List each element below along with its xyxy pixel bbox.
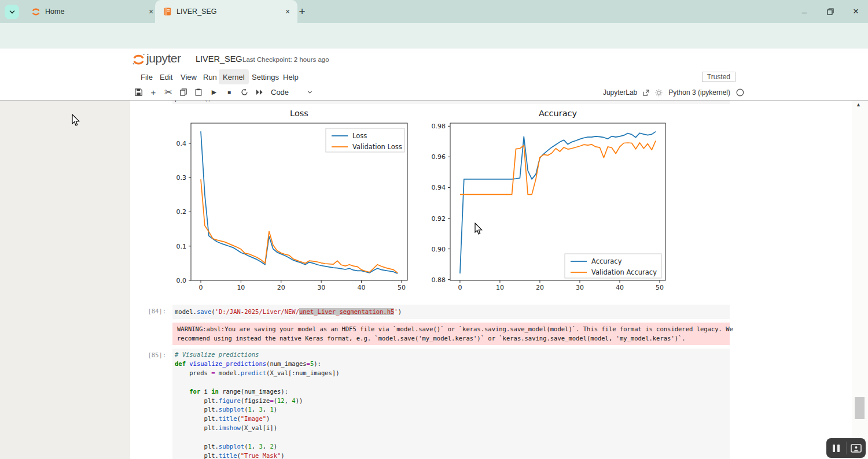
jupyter-wordmark[interactable]: jupyter xyxy=(146,51,181,65)
svg-text:0.98: 0.98 xyxy=(432,123,446,130)
save-button[interactable] xyxy=(131,85,146,99)
menu-bar: File Edit View Run Kernel Settings Help … xyxy=(0,69,868,86)
tab-strip: Home × LIVER_SEG × + – × xyxy=(0,0,868,23)
external-link-icon[interactable] xyxy=(643,90,649,96)
jupyter-favicon-icon xyxy=(31,7,41,16)
restore-icon xyxy=(827,8,834,15)
menu-kernel[interactable]: Kernel xyxy=(219,69,249,84)
cell85-input[interactable]: # Visualize predictionsdef visualize_pre… xyxy=(172,349,730,459)
svg-text:Validation Accuracy: Validation Accuracy xyxy=(591,268,657,276)
svg-text:20: 20 xyxy=(536,284,544,291)
paste-cell-button[interactable] xyxy=(191,85,206,99)
svg-text:0.94: 0.94 xyxy=(432,184,446,191)
svg-text:40: 40 xyxy=(616,284,624,291)
svg-text:Loss: Loss xyxy=(352,132,367,140)
notebook-toolbar: + ✂ ▶ ■ Code JupyterLab Python 3 (ipyker… xyxy=(0,85,868,101)
fast-forward-icon xyxy=(256,89,263,95)
svg-text:20: 20 xyxy=(277,284,285,291)
svg-text:0.2: 0.2 xyxy=(176,208,187,216)
tab-home[interactable]: Home × xyxy=(23,0,161,23)
menu-view[interactable]: View xyxy=(176,69,201,84)
checkpoint-text: Last Checkpoint: 2 hours ago xyxy=(242,56,329,63)
svg-text:0.1: 0.1 xyxy=(176,243,187,250)
training-curves-figure: 010203040500.00.10.20.30.4LossLossValida… xyxy=(166,106,675,297)
picture-in-picture-button[interactable] xyxy=(847,438,866,458)
kernel-name[interactable]: Python 3 (ipykernel) xyxy=(668,88,730,97)
svg-text:0.88: 0.88 xyxy=(432,276,446,284)
jupyter-header: jupyter LIVER_SEG Last Checkpoint: 2 hou… xyxy=(0,49,868,70)
svg-text:0.92: 0.92 xyxy=(432,215,446,223)
add-cell-button[interactable]: + xyxy=(146,85,161,99)
tab-liver-seg[interactable]: LIVER_SEG × xyxy=(155,0,297,23)
cell-type-select[interactable]: Code xyxy=(271,88,289,97)
window-restore-button[interactable] xyxy=(820,0,841,23)
svg-text:Loss: Loss xyxy=(290,109,308,118)
svg-text:0.4: 0.4 xyxy=(176,140,187,147)
copy-icon xyxy=(180,88,187,96)
svg-text:30: 30 xyxy=(317,284,325,291)
tab-home-label: Home xyxy=(45,8,64,16)
svg-text:10: 10 xyxy=(237,284,245,291)
menu-edit[interactable]: Edit xyxy=(156,69,176,84)
settings-gear-icon[interactable] xyxy=(655,89,663,97)
cell85-prompt: [85]: xyxy=(130,351,166,358)
svg-text:10: 10 xyxy=(496,284,504,291)
jupyter-logo-icon xyxy=(132,53,145,66)
cut-cell-button[interactable]: ✂ xyxy=(161,85,176,99)
scrollbar-thumb[interactable] xyxy=(855,397,865,419)
kernel-status-icon xyxy=(736,88,744,97)
jupyterlab-link[interactable]: JupyterLab xyxy=(603,88,637,97)
clipped-code-cell[interactable]: plt.show() xyxy=(172,101,730,104)
notebook-favicon-icon xyxy=(163,7,172,16)
left-gutter xyxy=(0,101,130,459)
restart-kernel-button[interactable] xyxy=(237,85,252,99)
interrupt-kernel-button[interactable]: ■ xyxy=(222,85,237,99)
svg-text:40: 40 xyxy=(358,284,366,291)
notebook-title[interactable]: LIVER_SEG xyxy=(196,54,242,64)
svg-text:50: 50 xyxy=(656,284,664,291)
tab-liver-seg-label: LIVER_SEG xyxy=(176,8,216,16)
svg-text:0.0: 0.0 xyxy=(176,277,187,284)
pause-recording-button[interactable] xyxy=(826,438,846,458)
svg-text:Validation Loss: Validation Loss xyxy=(352,143,402,151)
tab-search-button[interactable] xyxy=(5,5,19,19)
svg-text:Accuracy: Accuracy xyxy=(539,109,578,118)
svg-text:0: 0 xyxy=(458,284,462,291)
tab-liver-seg-close-icon[interactable]: × xyxy=(282,6,293,17)
restart-run-all-button[interactable] xyxy=(252,85,267,99)
browser-toolbar: ← → localhost:8888/notebooks/LIVER_SEG.i… xyxy=(0,23,868,49)
svg-text:30: 30 xyxy=(576,284,584,291)
svg-text:Accuracy: Accuracy xyxy=(591,257,622,265)
svg-text:0.90: 0.90 xyxy=(432,246,446,253)
cell-type-chevron-icon[interactable] xyxy=(302,85,317,99)
chevron-down-icon xyxy=(9,9,16,16)
menu-settings[interactable]: Settings xyxy=(248,69,283,84)
restart-icon xyxy=(241,88,248,96)
paste-icon xyxy=(195,88,202,96)
accuracy-chart: 010203040500.880.900.920.940.960.98Accur… xyxy=(421,106,675,297)
browser-window: Home × LIVER_SEG × + – × ← → xyxy=(0,0,868,459)
svg-text:0.96: 0.96 xyxy=(432,153,446,161)
window-minimize-button[interactable]: – xyxy=(794,0,815,23)
trusted-button[interactable]: Trusted xyxy=(702,72,735,82)
cell84-prompt: [84]: xyxy=(130,308,166,314)
scroll-up-arrow[interactable]: ▲ xyxy=(856,102,861,108)
menu-run[interactable]: Run xyxy=(199,69,221,84)
svg-text:0: 0 xyxy=(199,284,203,291)
menu-help[interactable]: Help xyxy=(279,69,303,84)
notebook-area: plt.show() 010203040500.00.10.20.30.4Los… xyxy=(0,101,868,459)
recording-overlay xyxy=(826,438,866,458)
run-cell-button[interactable]: ▶ xyxy=(207,85,222,99)
window-close-button[interactable]: × xyxy=(845,0,866,23)
svg-text:50: 50 xyxy=(398,284,406,291)
picture-in-picture-icon xyxy=(851,444,862,453)
copy-cell-button[interactable] xyxy=(176,85,191,99)
warning-output: WARNING:absl:You are saving your model a… xyxy=(172,323,730,345)
loss-chart: 010203040500.00.10.20.30.4LossLossValida… xyxy=(166,106,421,297)
svg-text:0.3: 0.3 xyxy=(176,174,187,182)
new-tab-button[interactable]: + xyxy=(295,5,309,18)
cell84-input[interactable]: model.save('D:/JAN-2025/Liver/NEW/unet_L… xyxy=(172,305,730,319)
save-icon xyxy=(135,88,142,96)
menu-file[interactable]: File xyxy=(137,69,157,84)
